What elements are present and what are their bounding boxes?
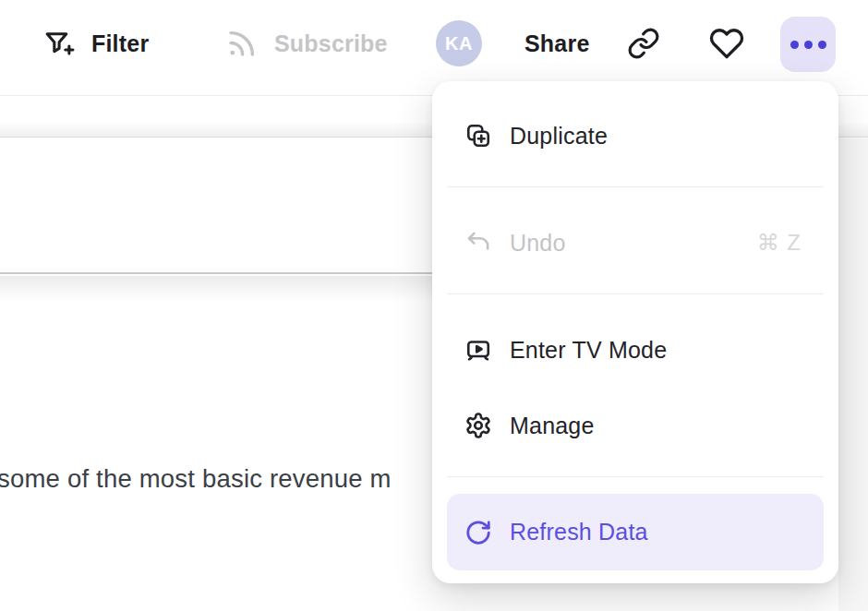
menu-item-label: Enter TV Mode — [510, 337, 667, 364]
menu-item-refresh-data[interactable]: Refresh Data — [447, 494, 824, 570]
menu-item-manage[interactable]: Manage — [447, 390, 824, 461]
copy-link-button[interactable] — [627, 27, 660, 60]
page-background-strip — [838, 138, 868, 611]
heart-icon — [709, 26, 744, 61]
menu-item-label: Duplicate — [510, 123, 608, 150]
menu-item-shortcut: ⌘ Z — [757, 230, 802, 256]
menu-divider — [447, 186, 824, 187]
share-label: Share — [524, 30, 589, 57]
more-options-menu: Duplicate Undo ⌘ Z Enter TV Mode Manage — [432, 81, 838, 583]
tv-mode-icon — [464, 336, 492, 364]
filter-label: Filter — [91, 30, 149, 57]
menu-item-label: Undo — [510, 230, 566, 257]
favorite-button[interactable] — [709, 26, 744, 61]
filter-plus-icon — [42, 28, 75, 60]
gear-icon — [464, 412, 492, 439]
rss-icon — [225, 27, 259, 60]
more-options-button[interactable] — [780, 17, 836, 72]
undo-icon — [464, 229, 492, 257]
menu-item-duplicate[interactable]: Duplicate — [447, 101, 824, 171]
menu-item-enter-tv-mode[interactable]: Enter TV Mode — [447, 315, 824, 385]
ellipsis-icon — [790, 41, 799, 49]
filter-button[interactable]: Filter — [42, 28, 149, 60]
menu-divider — [447, 294, 824, 294]
menu-item-label: Refresh Data — [510, 519, 648, 545]
share-button[interactable]: Share — [524, 30, 589, 57]
avatar-initials: KA — [445, 33, 473, 54]
link-icon — [627, 27, 660, 60]
refresh-icon — [464, 519, 492, 546]
avatar[interactable]: KA — [436, 20, 482, 66]
menu-item-label: Manage — [510, 413, 595, 439]
menu-divider — [447, 476, 824, 477]
subscribe-button[interactable]: Subscribe — [225, 27, 388, 60]
subscribe-label: Subscribe — [274, 30, 388, 57]
menu-item-undo[interactable]: Undo ⌘ Z — [447, 208, 824, 278]
duplicate-icon — [464, 122, 492, 150]
